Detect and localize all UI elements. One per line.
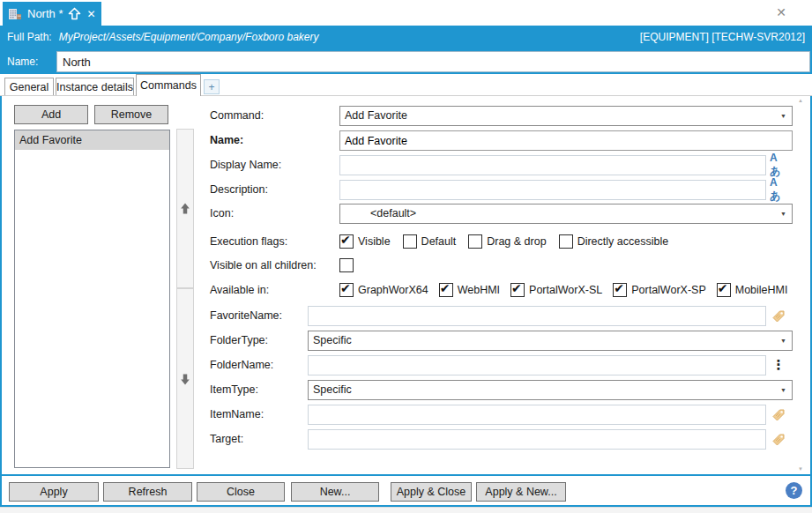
tab-close-icon[interactable]: ✕	[86, 8, 95, 20]
window-bottom-strip	[0, 507, 812, 513]
cmdname-label: Name:	[210, 130, 243, 151]
display-name-input[interactable]	[340, 156, 765, 175]
target-input[interactable]	[309, 430, 765, 449]
available-in-row: ✔ GraphWorX64 ✔ WebHMI ✔ PortalWorX-SL ✔…	[339, 283, 787, 297]
help-button[interactable]: ?	[786, 482, 802, 499]
check-icon: ✔	[440, 281, 451, 295]
tab-instance-details[interactable]: Instance details	[56, 78, 134, 95]
display-name-field-wrap	[339, 155, 766, 175]
tab-bar: General Instance details Commands +	[0, 74, 812, 96]
chevron-down-icon: ▼	[780, 107, 786, 125]
favorite-name-input[interactable]	[309, 307, 765, 325]
refresh-button[interactable]: Refresh	[103, 482, 192, 502]
footer-bar: Apply Refresh Close New... Apply & Close…	[2, 476, 810, 505]
item-name-label: ItemName:	[210, 405, 264, 425]
tab-general[interactable]: General	[4, 78, 54, 95]
name-input[interactable]	[56, 51, 810, 72]
checkbox-drag-drop[interactable]: ✔	[468, 234, 482, 249]
document-tab-north[interactable]: North * ✕	[3, 2, 101, 26]
target-label: Target:	[210, 429, 243, 450]
item-name-field-wrap	[308, 405, 766, 425]
tag-icon[interactable]	[770, 431, 787, 449]
available-in-label: Available in:	[210, 280, 269, 301]
chevron-down-icon: ▼	[780, 204, 786, 223]
check-icon: ✔	[511, 281, 522, 295]
display-name-label: Display Name:	[210, 155, 281, 175]
tag-icon[interactable]	[770, 406, 787, 424]
name-label: Name:	[7, 56, 55, 68]
name-row: Name:	[0, 48, 812, 74]
checkbox-visible-on-all-children[interactable]: ✔	[339, 258, 354, 272]
tab-add[interactable]: +	[204, 79, 220, 94]
check-icon: ✔	[718, 281, 728, 295]
pane-close-icon[interactable]: ✕	[773, 4, 789, 20]
command-list[interactable]: Add Favorite	[14, 130, 170, 468]
full-path-value: MyProject/Assets/Equipment/Company/Foxbo…	[59, 31, 640, 43]
execution-flags-row: ✔ Visible ✔ Default ✔ Drag & drop ✔ Dire…	[339, 234, 668, 249]
description-input[interactable]	[340, 181, 765, 199]
folder-name-label: FolderName:	[210, 355, 273, 375]
close-button[interactable]: Close	[197, 482, 285, 502]
target-field-wrap	[308, 429, 766, 450]
list-item-add-favorite[interactable]: Add Favorite	[15, 130, 169, 150]
document-tab-strip: North * ✕ ✕	[0, 0, 812, 26]
move-up-button[interactable]	[176, 129, 194, 288]
scroll-up-icon[interactable]: ▲	[798, 98, 803, 103]
cmdname-field-wrap	[339, 130, 793, 151]
folder-name-input[interactable]	[309, 356, 765, 375]
add-button[interactable]: Add	[14, 105, 88, 124]
document-tab-title: North *	[27, 7, 63, 20]
check-icon: ✔	[614, 281, 624, 295]
commands-pane: Add Remove Add Favorite Comman	[0, 96, 812, 507]
folder-type-label: FolderType:	[210, 331, 268, 351]
commands-content: Add Remove Add Favorite Comman	[2, 96, 810, 474]
item-type-combo[interactable]: Specific ▼	[308, 380, 793, 400]
visible-on-all-children-row: ✔	[339, 258, 354, 272]
checkbox-portalworx-sl[interactable]: ✔	[510, 283, 525, 297]
localize-icon[interactable]: Aあ	[770, 156, 787, 174]
check-icon: ✔	[340, 281, 351, 295]
arrow-down-icon	[178, 371, 192, 387]
checkbox-portalworx-sp[interactable]: ✔	[613, 283, 627, 297]
checkbox-default[interactable]: ✔	[403, 234, 417, 249]
icon-combo[interactable]: <default> ▼	[339, 204, 793, 224]
command-combo-value: Add Favorite	[345, 109, 407, 122]
checkbox-graphworx64[interactable]: ✔	[339, 283, 354, 297]
remove-button[interactable]: Remove	[94, 105, 168, 124]
move-down-button[interactable]	[176, 288, 194, 469]
move-column	[176, 129, 194, 469]
item-name-input[interactable]	[309, 405, 765, 424]
checkbox-webhmi[interactable]: ✔	[439, 283, 453, 297]
full-path-bar: Full Path: MyProject/Assets/Equipment/Co…	[0, 26, 812, 48]
checkbox-mobilehmi[interactable]: ✔	[717, 283, 731, 297]
scroll-down-icon[interactable]: ▼	[798, 466, 803, 472]
folder-type-combo[interactable]: Specific ▼	[308, 331, 793, 351]
command-combo[interactable]: Add Favorite ▼	[339, 106, 793, 126]
apply-close-button[interactable]: Apply & Close	[391, 482, 472, 502]
localize-icon[interactable]: Aあ	[770, 181, 787, 198]
context-info: [EQUIPMENT] [TECHW-SVR2012]	[640, 31, 805, 43]
tag-icon[interactable]	[770, 308, 787, 325]
checkin-icon[interactable]	[68, 7, 81, 20]
check-icon: ✔	[340, 233, 351, 247]
apply-button[interactable]: Apply	[9, 482, 99, 502]
favorite-name-field-wrap	[308, 306, 766, 326]
workbench-window: North * ✕ ✕ Full Path: MyProject/Assets/…	[0, 0, 812, 513]
cmdname-input[interactable]	[340, 131, 792, 150]
folder-type-value: Specific	[313, 334, 352, 346]
chevron-down-icon: ▼	[780, 381, 786, 399]
checkbox-directly-accessible[interactable]: ✔	[559, 234, 573, 249]
item-type-value: Specific	[313, 383, 352, 396]
form-scrollbar[interactable]: ▲ ▼	[798, 98, 805, 472]
equipment-icon	[8, 7, 22, 21]
execution-flags-label: Execution flags:	[210, 232, 287, 252]
browse-ellipsis-button[interactable]: ⋮	[770, 356, 787, 374]
new-button[interactable]: New...	[291, 482, 379, 502]
description-label: Description:	[210, 180, 268, 200]
command-label: Command:	[210, 106, 264, 126]
chevron-down-icon: ▼	[780, 331, 786, 350]
tab-commands[interactable]: Commands	[136, 74, 201, 96]
favorite-name-label: FavoriteName:	[210, 306, 282, 326]
checkbox-visible[interactable]: ✔	[339, 234, 354, 249]
apply-new-button[interactable]: Apply & New...	[476, 482, 566, 502]
